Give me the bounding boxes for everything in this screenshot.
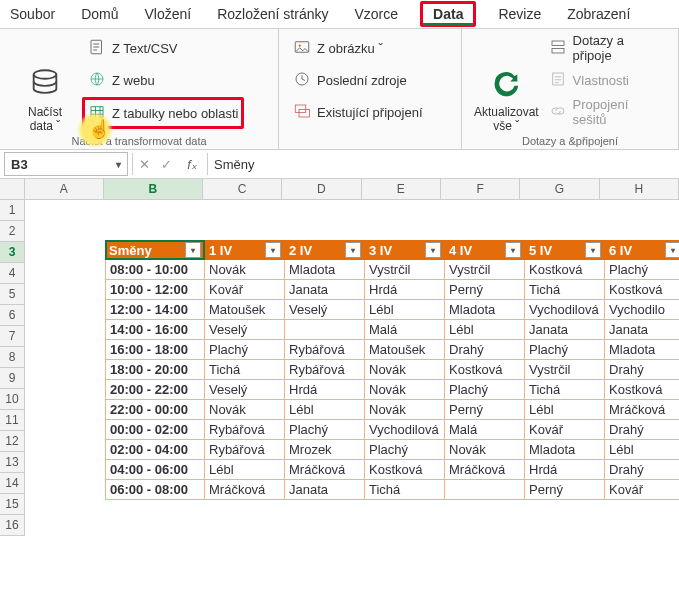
cell[interactable]: Mladota (605, 340, 679, 360)
cell[interactable] (605, 200, 679, 220)
filter-dropdown-icon[interactable]: ▾ (425, 242, 441, 258)
cell[interactable]: 14:00 - 16:00 (105, 320, 205, 340)
cell[interactable]: Kostková (605, 280, 679, 300)
cell[interactable] (25, 480, 105, 500)
cell[interactable]: Kostková (605, 380, 679, 400)
column-header[interactable]: D (282, 179, 361, 200)
formula-input[interactable]: Směny (208, 157, 679, 172)
row-header[interactable]: 15 (0, 494, 25, 515)
cell[interactable] (25, 360, 105, 380)
cell[interactable]: Malá (445, 420, 525, 440)
cell[interactable] (25, 320, 105, 340)
column-header[interactable]: F (441, 179, 520, 200)
cell[interactable]: Tichá (205, 360, 285, 380)
cell[interactable] (105, 220, 205, 240)
cell[interactable]: 3 IV▾ (365, 240, 445, 260)
cell[interactable] (605, 500, 679, 520)
cell[interactable]: Plachý (525, 340, 605, 360)
row-header[interactable]: 8 (0, 347, 25, 368)
cell[interactable]: Lébl (605, 440, 679, 460)
cell[interactable]: 10:00 - 12:00 (105, 280, 205, 300)
cell[interactable] (445, 500, 525, 520)
column-header[interactable]: H (600, 179, 679, 200)
refresh-all-button[interactable]: Aktualizovat vše ˇ (470, 33, 543, 133)
menu-tab-zobrazení[interactable]: Zobrazení (563, 2, 634, 26)
cell[interactable]: Vystrčil (445, 260, 525, 280)
cell[interactable] (205, 500, 285, 520)
menu-tab-soubor[interactable]: Soubor (6, 2, 59, 26)
cell[interactable] (25, 260, 105, 280)
cell[interactable]: Janata (525, 320, 605, 340)
cell[interactable]: 16:00 - 18:00 (105, 340, 205, 360)
cell[interactable]: 1 IV▾ (205, 240, 285, 260)
ribbon-item-existuj-c-p-ipojen-[interactable]: Existující připojení (287, 97, 429, 127)
cell[interactable]: Kovář (205, 280, 285, 300)
cell[interactable]: Tichá (365, 480, 445, 500)
cell[interactable] (25, 280, 105, 300)
cell[interactable]: Kovář (605, 480, 679, 500)
cell[interactable]: Plachý (605, 260, 679, 280)
cell[interactable] (445, 480, 525, 500)
cell[interactable] (285, 500, 365, 520)
filter-dropdown-icon[interactable]: ▾ (185, 242, 201, 258)
cell[interactable] (105, 500, 205, 520)
cell[interactable]: Kostková (365, 460, 445, 480)
cell[interactable] (605, 220, 679, 240)
cell[interactable]: Matoušek (365, 340, 445, 360)
cell[interactable]: Mladota (525, 440, 605, 460)
cell[interactable]: Mráčková (445, 460, 525, 480)
cell[interactable] (445, 220, 525, 240)
cell[interactable]: 5 IV▾ (525, 240, 605, 260)
cell[interactable]: Rybářová (285, 360, 365, 380)
row-header[interactable]: 4 (0, 263, 25, 284)
cell[interactable]: Mráčková (285, 460, 365, 480)
cell[interactable]: Novák (205, 260, 285, 280)
cell[interactable]: Novák (365, 380, 445, 400)
row-header[interactable]: 6 (0, 305, 25, 326)
column-header[interactable]: G (520, 179, 599, 200)
get-data-button[interactable]: Načíst data ˇ (8, 33, 82, 133)
cell[interactable]: Perný (445, 400, 525, 420)
cell[interactable]: Mladota (285, 260, 365, 280)
fx-icon[interactable]: fₓ (177, 157, 207, 172)
row-header[interactable]: 2 (0, 221, 25, 242)
cell[interactable]: Lébl (525, 400, 605, 420)
cell[interactable]: Drahý (605, 460, 679, 480)
cell[interactable]: 18:00 - 20:00 (105, 360, 205, 380)
cell[interactable]: Veselý (205, 320, 285, 340)
cell[interactable] (365, 220, 445, 240)
cell[interactable]: Hrdá (365, 280, 445, 300)
cell[interactable]: Směny▾ (105, 240, 205, 260)
cell[interactable]: Kostková (445, 360, 525, 380)
menu-tab-revize[interactable]: Revize (494, 2, 545, 26)
cell[interactable] (25, 200, 105, 220)
cell[interactable]: Lébl (445, 320, 525, 340)
cell[interactable]: Drahý (605, 360, 679, 380)
cell[interactable]: Janata (285, 280, 365, 300)
cell[interactable]: Kovář (525, 420, 605, 440)
cell[interactable]: 22:00 - 00:00 (105, 400, 205, 420)
cell[interactable]: 04:00 - 06:00 (105, 460, 205, 480)
ribbon-item-dotazy-a-p-ipoje[interactable]: Dotazy a připoje (543, 33, 670, 63)
cell[interactable] (25, 400, 105, 420)
cell[interactable] (25, 380, 105, 400)
row-header[interactable]: 5 (0, 284, 25, 305)
ribbon-item-vlastnosti[interactable]: Vlastnosti (543, 65, 670, 95)
cell[interactable]: Tichá (525, 280, 605, 300)
cell[interactable]: Vystrčil (525, 360, 605, 380)
cell[interactable] (365, 500, 445, 520)
cell[interactable]: Kostková (525, 260, 605, 280)
ribbon-item-z-obr-zku-[interactable]: Z obrázku ˇ (287, 33, 429, 63)
cell[interactable]: Novák (365, 360, 445, 380)
row-header[interactable]: 1 (0, 200, 25, 221)
filter-dropdown-icon[interactable]: ▾ (505, 242, 521, 258)
cell[interactable]: Perný (445, 280, 525, 300)
column-header[interactable]: E (362, 179, 441, 200)
cell[interactable]: Hrdá (285, 380, 365, 400)
cell[interactable]: Novák (445, 440, 525, 460)
cell[interactable]: 20:00 - 22:00 (105, 380, 205, 400)
row-header[interactable]: 14 (0, 473, 25, 494)
cell[interactable] (205, 200, 285, 220)
cell[interactable]: Janata (285, 480, 365, 500)
cell[interactable] (205, 220, 285, 240)
